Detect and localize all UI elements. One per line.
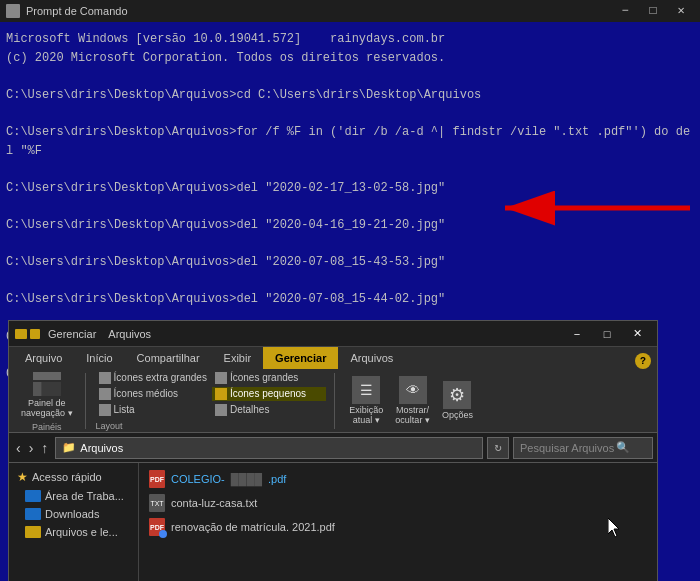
- layout-medios[interactable]: Ícones médios: [96, 387, 210, 401]
- tab-exibir[interactable]: Exibir: [212, 347, 264, 369]
- cmd-line-7: [6, 160, 694, 179]
- sidebar-label-downloads: Downloads: [45, 508, 99, 520]
- cmd-line-6: C:\Users\drirs\Desktop\Arquivos>for /f %…: [6, 123, 694, 160]
- explorer-titlebar-controls: − □ ✕: [563, 324, 651, 344]
- file-name-2: renovação de matrícula. 2021.pdf: [171, 521, 335, 533]
- nav-pane-button[interactable]: Painel denavegação ▾: [17, 370, 77, 420]
- file-name-1: conta-luz-casa.txt: [171, 497, 257, 509]
- ribbon-layout-section: Ícones extra grandes Ícones grandes Ícon…: [96, 373, 336, 429]
- show-hide-btn[interactable]: 👁 Mostrar/ocultar ▾: [391, 374, 434, 427]
- explorer-title2: Arquivos: [108, 328, 151, 340]
- explorer-minimize-btn[interactable]: −: [563, 324, 591, 344]
- file-list: PDF COLEGIO- ████ .pdf TXT conta-luz-cas…: [139, 463, 657, 581]
- cmd-line-5: [6, 104, 694, 123]
- search-placeholder: Pesquisar Arquivos: [520, 442, 614, 454]
- cmd-titlebar-left: Prompt de Comando: [6, 3, 128, 20]
- sidebar-item-arquivos[interactable]: Arquivos e le...: [9, 523, 138, 541]
- cmd-line-4: C:\Users\drirs\Desktop\Arquivos>cd C:\Us…: [6, 86, 694, 105]
- cmd-controls: − □ ✕: [612, 2, 694, 20]
- search-box[interactable]: Pesquisar Arquivos 🔍: [513, 437, 653, 459]
- cmd-line-11: [6, 235, 694, 254]
- downloads-folder-icon: [25, 508, 41, 520]
- cmd-line-3: [6, 67, 694, 86]
- pdf-icon-0: PDF: [149, 470, 165, 488]
- arquivos-folder-icon: [25, 526, 41, 538]
- nav-pane-label: Painel denavegação ▾: [21, 398, 73, 418]
- sidebar-item-desktop[interactable]: Área de Traba...: [9, 487, 138, 505]
- quick-access-icon: ★: [17, 470, 28, 484]
- cmd-line-1: Microsoft Windows [versão 10.0.19041.572…: [6, 30, 694, 49]
- cmd-line-10: C:\Users\drirs\Desktop\Arquivos>del "202…: [6, 216, 694, 235]
- address-text: Arquivos: [80, 442, 123, 454]
- explorer-titlebar-left: Gerenciar Arquivos: [15, 328, 151, 340]
- tab-inicio[interactable]: Início: [74, 347, 124, 369]
- explorer-title: Gerenciar: [48, 328, 96, 340]
- address-bar: ‹ › ↑ 📁 Arquivos ↻ Pesquisar Arquivos 🔍: [9, 433, 657, 463]
- file-name-0c: .pdf: [268, 473, 286, 485]
- back-btn[interactable]: ‹: [13, 440, 24, 456]
- layout-lista[interactable]: Lista: [96, 403, 210, 417]
- options-btn[interactable]: ⚙ Opções: [438, 379, 477, 422]
- folder-icon-address: 📁: [62, 441, 76, 454]
- cmd-title: Prompt de Comando: [26, 3, 128, 20]
- cmd-line-8: C:\Users\drirs\Desktop\Arquivos>del "202…: [6, 179, 694, 198]
- tab-arquivo[interactable]: Arquivo: [13, 347, 74, 369]
- cmd-line-14: C:\Users\drirs\Desktop\Arquivos>del "202…: [6, 290, 694, 309]
- current-view-btn[interactable]: ☰ Exibiçãoatual ▾: [345, 374, 387, 427]
- sidebar-label-desktop: Área de Traba...: [45, 490, 124, 502]
- sidebar-item-quick-access[interactable]: ★ Acesso rápido: [9, 467, 138, 487]
- cmd-close-btn[interactable]: ✕: [668, 2, 694, 20]
- layout-label: Layout: [96, 421, 123, 431]
- explorer-body: ★ Acesso rápido Área de Traba... Downloa…: [9, 463, 657, 581]
- file-item-1[interactable]: TXT conta-luz-casa.txt: [145, 491, 651, 515]
- sidebar-label-arquivos: Arquivos e le...: [45, 526, 118, 538]
- tab-compartilhar[interactable]: Compartilhar: [125, 347, 212, 369]
- file-name-0b: ████: [231, 473, 262, 485]
- explorer-maximize-btn[interactable]: □: [593, 324, 621, 344]
- ribbon-tabs: Arquivo Início Compartilhar Exibir Geren…: [9, 347, 657, 369]
- cmd-line-9: [6, 197, 694, 216]
- pdf-icon-2: PDF: [149, 518, 165, 536]
- explorer-folder-icon-small: [15, 329, 27, 339]
- cmd-minimize-btn[interactable]: −: [612, 2, 638, 20]
- forward-btn[interactable]: ›: [26, 440, 37, 456]
- sidebar-label-quick: Acesso rápido: [32, 471, 102, 483]
- file-item-2[interactable]: PDF renovação de matrícula. 2021.pdf: [145, 515, 651, 539]
- search-icon: 🔍: [616, 441, 630, 454]
- help-btn[interactable]: ?: [635, 353, 651, 369]
- layout-grandes[interactable]: Ícones grandes: [212, 371, 326, 385]
- file-item-0[interactable]: PDF COLEGIO- ████ .pdf: [145, 467, 651, 491]
- address-path[interactable]: 📁 Arquivos: [55, 437, 483, 459]
- cmd-maximize-btn[interactable]: □: [640, 2, 666, 20]
- cmd-line-13: [6, 272, 694, 291]
- ribbon-nav-section: Painel denavegação ▾ Painéis: [17, 373, 86, 429]
- tab-arquivos[interactable]: Arquivos: [338, 347, 405, 369]
- layout-pequenos[interactable]: Ícones pequenos: [212, 387, 326, 401]
- explorer-sidebar: ★ Acesso rápido Área de Traba... Downloa…: [9, 463, 139, 581]
- sidebar-item-downloads[interactable]: Downloads: [9, 505, 138, 523]
- tab-gerenciar[interactable]: Gerenciar: [263, 347, 338, 369]
- paineis-label: Painéis: [32, 422, 62, 432]
- explorer-titlebar: Gerenciar Arquivos − □ ✕: [9, 321, 657, 347]
- cmd-line-12: C:\Users\drirs\Desktop\Arquivos>del "202…: [6, 253, 694, 272]
- explorer-close-btn[interactable]: ✕: [623, 324, 651, 344]
- nav-buttons: ‹ › ↑: [13, 440, 51, 456]
- layout-detalhes[interactable]: Detalhes: [212, 403, 326, 417]
- txt-icon-1: TXT: [149, 494, 165, 512]
- ribbon-content: Painel denavegação ▾ Painéis Ícones extr…: [9, 369, 657, 433]
- layout-extra-grandes[interactable]: Ícones extra grandes: [96, 371, 210, 385]
- refresh-icon: ↻: [494, 440, 501, 455]
- cmd-line-2: (c) 2020 Microsoft Corporation. Todos os…: [6, 49, 694, 68]
- desktop-folder-icon: [25, 490, 41, 502]
- ribbon-view-section: ☰ Exibiçãoatual ▾ 👁 Mostrar/ocultar ▾ ⚙ …: [345, 374, 477, 427]
- file-name-0: COLEGIO-: [171, 473, 225, 485]
- explorer-window: Gerenciar Arquivos − □ ✕ Arquivo Início …: [8, 320, 658, 581]
- cmd-icon: [6, 4, 20, 18]
- refresh-btn[interactable]: ↻: [487, 437, 509, 459]
- up-btn[interactable]: ↑: [38, 440, 51, 456]
- explorer-folder-icon-small2: [30, 329, 40, 339]
